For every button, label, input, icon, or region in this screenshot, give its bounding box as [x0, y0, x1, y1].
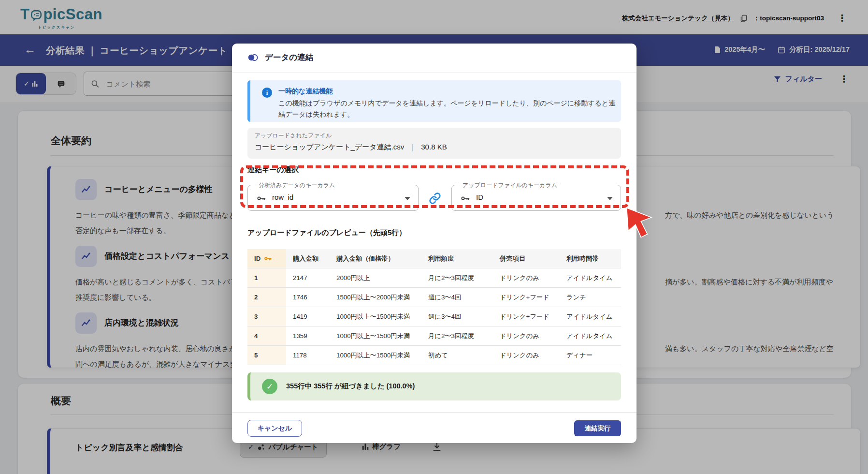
preview-table-row: 5 1178 1000円以上〜1500円未満 初めて ドリンクのみ ディナー: [247, 345, 621, 365]
upload-file-key-select[interactable]: アップロードファイルのキーカラム ID: [451, 185, 621, 211]
preview-table-header-row: ID 購入金額 購入金額（価格帯） 利用頻度 併売項目 利用時間帯: [247, 249, 621, 268]
cell: 2147: [286, 268, 330, 287]
cell-id: 2: [247, 288, 286, 307]
header-cell: 併売項目: [493, 249, 560, 268]
cell: 初めて: [421, 346, 493, 365]
chevron-down-icon: [405, 197, 410, 200]
cell: 週に3〜4回: [421, 307, 493, 326]
join-key-section-title: 連結キーの選択: [247, 165, 299, 175]
cell-id: 3: [247, 307, 286, 326]
key-icon: [257, 193, 266, 203]
cell: 月に2〜3回程度: [421, 326, 493, 345]
annotation-arrow-cursor: [624, 207, 654, 239]
header-cell: 購入金額: [286, 249, 330, 268]
header-cell-id: ID: [247, 249, 286, 268]
cell: 週に3〜4回: [421, 288, 493, 307]
app-root: TpicScan トピックスキャン 株式会社エモーションテック（見本） ：top…: [0, 0, 868, 474]
info-alert-body-line2: 結データは失われます。: [278, 110, 354, 119]
cell: アイドルタイム: [560, 307, 621, 326]
cell: アイドルタイム: [560, 268, 621, 287]
cell-id: 1: [247, 268, 286, 287]
cell: ランチ: [560, 288, 621, 307]
analyzed-data-key-select[interactable]: 分析済みデータのキーカラム row_id: [247, 185, 419, 211]
modal-header-divider: [232, 73, 637, 73]
link-icon: [428, 192, 442, 205]
cell: ディナー: [560, 346, 621, 365]
upload-key-value: ID: [476, 193, 483, 201]
analyzed-key-value: row_id: [272, 193, 293, 201]
cell: 1500円以上〜2000円未満: [330, 288, 421, 307]
cell-id: 4: [247, 326, 286, 345]
preview-table-row: 4 1359 1000円以上〜1500円未満 月に2〜3回程度 ドリンクのみ ア…: [247, 326, 621, 345]
preview-table-row: 1 2147 2000円以上 月に2〜3回程度 ドリンクのみ アイドルタイム: [247, 268, 621, 287]
data-join-modal: データの連結 i 一時的な連結機能 この機能はブラウザのメモリ内でデータを連結し…: [232, 44, 637, 443]
cell: 1419: [286, 307, 330, 326]
info-alert-title: 一時的な連結機能: [278, 87, 333, 96]
success-check-icon: ✓: [262, 379, 277, 394]
info-icon: i: [262, 88, 272, 98]
file-separator: ｜: [409, 143, 416, 151]
cell: ドリンクのみ: [493, 326, 560, 345]
cell: 1000円以上〜1500円未満: [330, 326, 421, 345]
cell: 月に2〜3回程度: [421, 268, 493, 287]
key-icon: [264, 254, 272, 263]
analyzed-key-label: 分析済みデータのキーカラム: [256, 181, 338, 190]
cell-id: 5: [247, 346, 286, 365]
file-name-text: コーヒーショップアンケート_データ連結.csv: [255, 143, 404, 151]
col-label: ID: [254, 255, 260, 262]
modal-title: データの連結: [265, 52, 313, 63]
success-message: 355行中 355行 が紐づきました (100.0%): [286, 382, 415, 391]
join-success-alert: ✓ 355行中 355行 が紐づきました (100.0%): [247, 372, 621, 400]
cell: 1000円以上〜1500円未満: [330, 346, 421, 365]
preview-table-row: 3 1419 1000円以上〜1500円未満 週に3〜4回 ドリンク+フード ア…: [247, 307, 621, 326]
header-cell: 購入金額（価格帯）: [330, 249, 421, 268]
cell: 1359: [286, 326, 330, 345]
cell: 2000円以上: [330, 268, 421, 287]
cell: ドリンクのみ: [493, 268, 560, 287]
cell: 1000円以上〜1500円未満: [330, 307, 421, 326]
merge-circles-icon: [247, 53, 258, 62]
cell: 1746: [286, 288, 330, 307]
header-cell: 利用時間帯: [560, 249, 621, 268]
cell: ドリンク+フード: [493, 307, 560, 326]
info-alert-body-line1: この機能はブラウザのメモリ内でデータを連結します。ページをリロードしたり、別のペ…: [278, 99, 615, 108]
temporary-join-info-alert: i 一時的な連結機能 この機能はブラウザのメモリ内でデータを連結します。ページを…: [247, 80, 621, 122]
file-size: 30.8 KB: [421, 143, 447, 151]
modal-footer-divider: [232, 412, 637, 413]
uploaded-file-name: コーヒーショップアンケート_データ連結.csv ｜ 30.8 KB: [255, 143, 447, 152]
execute-join-button[interactable]: 連結実行: [574, 420, 621, 436]
cell: ドリンクのみ: [493, 346, 560, 365]
preview-section-title: アップロードファイルのプレビュー（先頭5行）: [247, 228, 406, 237]
uploaded-file-label: アップロードされたファイル: [255, 132, 332, 139]
preview-table-row: 2 1746 1500円以上〜2000円未満 週に3〜4回 ドリンク+フード ラ…: [247, 287, 621, 307]
uploaded-file-box: アップロードされたファイル コーヒーショップアンケート_データ連結.csv ｜ …: [247, 128, 621, 159]
cell: アイドルタイム: [560, 326, 621, 345]
header-cell: 利用頻度: [421, 249, 493, 268]
upload-key-label: アップロードファイルのキーカラム: [460, 181, 560, 190]
preview-table: ID 購入金額 購入金額（価格帯） 利用頻度 併売項目 利用時間帯 1 2147…: [247, 249, 621, 365]
modal-title-row: データの連結: [247, 52, 313, 63]
chevron-down-icon: [607, 197, 613, 200]
cell: ドリンク+フード: [493, 288, 560, 307]
cancel-button[interactable]: キャンセル: [247, 420, 302, 437]
key-icon: [461, 193, 470, 203]
cell: 1178: [286, 346, 330, 365]
